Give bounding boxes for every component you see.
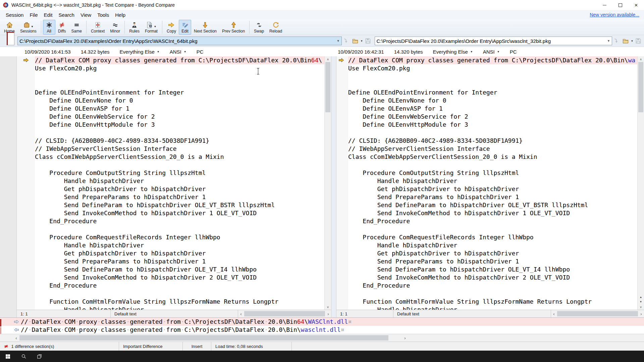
left-path-dropdown-icon[interactable]: ▼ bbox=[335, 37, 341, 45]
close-icon: × bbox=[635, 2, 638, 8]
right-copy-file-icon[interactable] bbox=[612, 37, 621, 45]
scroll-down-icon[interactable]: ∨ bbox=[638, 304, 644, 310]
code-line: Get phDispatchDriver to hDispatchDriver bbox=[35, 185, 324, 193]
reload-button[interactable]: Reload bbox=[267, 20, 285, 35]
scroll-left-icon[interactable]: ‹ bbox=[13, 336, 19, 340]
code-line: Send PrepareParams to hDispatchDriver 1 bbox=[35, 193, 324, 201]
toolbar-button-label: Same bbox=[71, 29, 82, 34]
edit-icon bbox=[181, 21, 189, 28]
toolbar-button-label: All bbox=[47, 29, 51, 34]
diff-overview-thumbnail[interactable] bbox=[7, 32, 14, 45]
scroll-down-icon[interactable]: ∨ bbox=[325, 304, 331, 310]
right-file-size: 14.320 bytes bbox=[394, 49, 423, 55]
new-version-link[interactable]: New version available... bbox=[590, 12, 641, 17]
menu-item-session[interactable]: Session bbox=[3, 12, 26, 18]
scroll-left-icon[interactable]: ‹ bbox=[238, 312, 244, 316]
scroll-right-icon[interactable]: › bbox=[325, 312, 331, 316]
menu-item-file[interactable]: File bbox=[26, 12, 41, 18]
reload-icon bbox=[272, 21, 279, 28]
code-line bbox=[35, 161, 324, 169]
scroll-up-icon[interactable]: ∧ bbox=[638, 56, 644, 62]
start-button[interactable] bbox=[0, 351, 16, 362]
left-save-file-icon[interactable] bbox=[364, 37, 373, 45]
right-browse-folder-icon[interactable] bbox=[621, 37, 630, 45]
right-vertical-scrollbar[interactable]: ∧ ▲ ▼ ∨ bbox=[637, 56, 644, 310]
rules-button[interactable]: Rules bbox=[126, 20, 142, 35]
restore-button[interactable] bbox=[612, 0, 628, 10]
restore-icon bbox=[619, 3, 622, 7]
right-path-dropdown-icon[interactable]: ▼ bbox=[605, 37, 612, 45]
right-scope-dropdown[interactable]: Everything Else▼ bbox=[433, 49, 473, 55]
copy-button[interactable]: Copy bbox=[164, 20, 179, 35]
search-icon bbox=[21, 354, 26, 359]
left-code-area[interactable]: // DataFlex COM proxy classes generated … bbox=[35, 56, 324, 310]
toolbar-separator bbox=[162, 21, 162, 34]
task-view-button[interactable] bbox=[32, 351, 47, 362]
chevron-down-icon[interactable]: ▼ bbox=[31, 25, 34, 28]
scrollbar-thumb[interactable] bbox=[557, 311, 638, 316]
sessions-button[interactable]: ▼Sessions bbox=[17, 20, 39, 35]
overview-strip[interactable] bbox=[0, 56, 17, 317]
menu-item-tools[interactable]: Tools bbox=[94, 12, 112, 18]
all-button[interactable]: All bbox=[43, 20, 55, 35]
scroll-right-icon[interactable]: › bbox=[638, 312, 644, 316]
chevron-down-icon[interactable]: ▼ bbox=[154, 25, 156, 28]
pane-splitter[interactable] bbox=[331, 56, 336, 317]
right-path-input[interactable] bbox=[375, 37, 605, 45]
scroll-right-icon[interactable]: › bbox=[402, 336, 408, 340]
right-horizontal-scrollbar[interactable]: ‹ › bbox=[551, 310, 644, 317]
left-copy-file-icon[interactable] bbox=[342, 37, 351, 45]
prev-section-button[interactable]: Prev Section bbox=[219, 20, 248, 35]
right-path-combobox: ▼ bbox=[375, 37, 612, 45]
minor-button[interactable]: Minor bbox=[107, 20, 123, 35]
left-browse-folder-icon[interactable] bbox=[351, 37, 360, 45]
menu-item-edit[interactable]: Edit bbox=[41, 12, 56, 18]
code-line: Send InvokeComMethod to hDispatchDriver … bbox=[35, 274, 324, 282]
scrollbar-thumb[interactable] bbox=[638, 62, 643, 112]
right-code-area[interactable]: // DataFlex COM proxy classes generated … bbox=[348, 56, 637, 310]
toolbar-separator bbox=[124, 21, 125, 34]
next-diff-icon[interactable]: ▲ bbox=[638, 295, 644, 299]
same-button[interactable]: Same bbox=[69, 20, 85, 35]
scroll-left-icon[interactable]: ‹ bbox=[551, 312, 557, 316]
left-scope-dropdown[interactable]: Everything Else▼ bbox=[120, 49, 160, 55]
right-path-group: ▼ ▼ bbox=[374, 35, 644, 47]
left-file-modified: 10/09/2020 16:41:53 bbox=[24, 49, 71, 55]
minor-icon bbox=[112, 21, 119, 28]
left-path-input[interactable] bbox=[18, 37, 335, 45]
left-encoding-dropdown[interactable]: ANSI▼ bbox=[170, 49, 186, 55]
scrollbar-thumb[interactable] bbox=[325, 62, 330, 112]
left-browse-dropdown-icon[interactable]: ▼ bbox=[360, 40, 364, 43]
menu-item-search[interactable]: Search bbox=[55, 12, 77, 18]
minimize-button[interactable] bbox=[597, 0, 612, 10]
scroll-up-icon[interactable]: ∧ bbox=[325, 56, 331, 62]
left-cursor-position: 1: 1 bbox=[17, 310, 111, 317]
all-icon bbox=[46, 21, 53, 28]
diffs-button[interactable]: Diffs bbox=[55, 20, 69, 35]
diff-panel-horizontal-scrollbar[interactable]: ‹ › bbox=[0, 334, 644, 342]
left-syntax-scheme: Default text bbox=[111, 310, 238, 317]
right-encoding-dropdown[interactable]: ANSI▼ bbox=[483, 49, 500, 55]
left-pane-editor[interactable]: // DataFlex COM proxy classes generated … bbox=[17, 56, 331, 310]
prev-diff-icon[interactable]: ▼ bbox=[638, 299, 644, 304]
close-button[interactable]: × bbox=[628, 0, 644, 10]
scrollbar-thumb[interactable] bbox=[244, 311, 325, 316]
right-save-file-icon[interactable] bbox=[634, 37, 643, 45]
menu-item-view[interactable]: View bbox=[77, 12, 94, 18]
scrollbar-thumb[interactable] bbox=[19, 335, 388, 341]
format-button[interactable]: ▼Format bbox=[142, 20, 160, 35]
next-section-button[interactable]: Next Section bbox=[191, 20, 219, 35]
left-horizontal-scrollbar[interactable]: ‹ › bbox=[238, 310, 331, 317]
menu-item-help[interactable]: Help bbox=[112, 12, 128, 18]
right-browse-dropdown-icon[interactable]: ▼ bbox=[630, 40, 634, 43]
left-line-endings: PC bbox=[197, 49, 204, 55]
taskbar-search-button[interactable] bbox=[16, 351, 32, 362]
context-button[interactable]: Context bbox=[88, 20, 107, 35]
edit-button[interactable]: Edit bbox=[179, 20, 191, 35]
swap-button[interactable]: Swap bbox=[251, 20, 267, 35]
code-line: // IWebAppServerClientSession Interface bbox=[348, 145, 637, 153]
left-vertical-scrollbar[interactable]: ∧ ∨ bbox=[324, 56, 331, 310]
right-pane-editor[interactable]: // DataFlex COM proxy classes generated … bbox=[336, 56, 644, 310]
code-line: Use FlexCom20.pkg bbox=[35, 64, 324, 72]
diff-map-tick bbox=[0, 319, 1, 326]
